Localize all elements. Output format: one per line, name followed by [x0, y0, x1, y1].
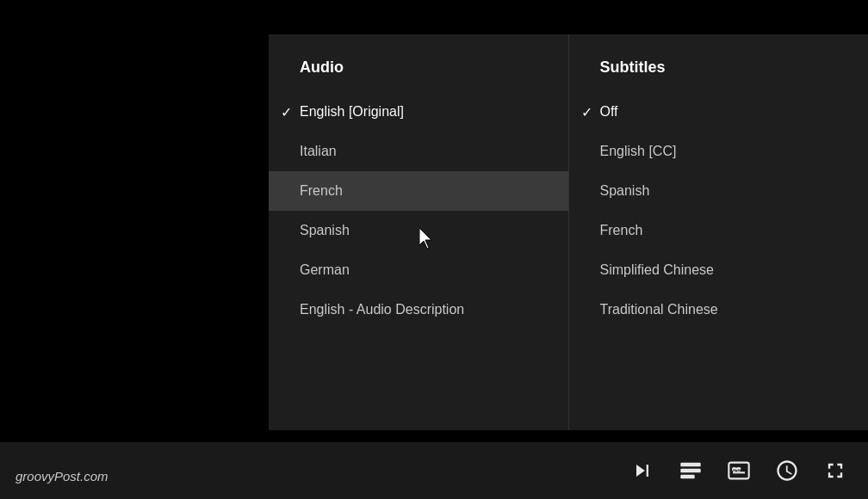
svg-rect-1 — [680, 469, 700, 473]
audio-item-german[interactable]: German — [269, 250, 568, 290]
svg-rect-2 — [680, 475, 694, 479]
av-selection-panel: Audio ✓ English [Original] Italian Frenc… — [269, 34, 868, 430]
svg-rect-0 — [680, 463, 700, 467]
subtitles-icon[interactable]: CC — [727, 459, 751, 483]
speed-icon[interactable] — [775, 459, 799, 483]
watermark: groovyPost.com — [16, 469, 108, 484]
subtitle-item-traditional-chinese[interactable]: Traditional Chinese — [569, 290, 869, 330]
controls-bar: CC — [0, 442, 868, 499]
subtitles-section: Subtitles ✓ Off English [CC] Spanish Fre… — [569, 34, 869, 430]
audio-item-spanish[interactable]: Spanish — [269, 211, 568, 250]
checkmark-icon: ✓ — [281, 104, 292, 120]
episodes-icon[interactable] — [679, 459, 703, 483]
subtitle-item-off[interactable]: ✓ Off — [569, 92, 869, 132]
fullscreen-icon[interactable] — [823, 459, 847, 483]
subtitle-item-french[interactable]: French — [569, 211, 869, 250]
subtitles-title: Subtitles — [569, 59, 869, 77]
audio-item-french[interactable]: French — [269, 171, 568, 211]
subtitle-item-spanish[interactable]: Spanish — [569, 171, 869, 211]
subtitle-item-simplified-chinese[interactable]: Simplified Chinese — [569, 250, 869, 290]
checkmark-icon: ✓ — [581, 104, 592, 120]
subtitle-item-english-cc[interactable]: English [CC] — [569, 132, 869, 171]
audio-title: Audio — [269, 59, 568, 77]
audio-item-english-ad[interactable]: English - Audio Description — [269, 290, 568, 330]
audio-item-italian[interactable]: Italian — [269, 132, 568, 171]
audio-item-english-original[interactable]: ✓ English [Original] — [269, 92, 568, 132]
audio-section: Audio ✓ English [Original] Italian Frenc… — [269, 34, 569, 430]
svg-text:CC: CC — [732, 466, 741, 472]
skip-next-icon[interactable] — [630, 459, 654, 483]
